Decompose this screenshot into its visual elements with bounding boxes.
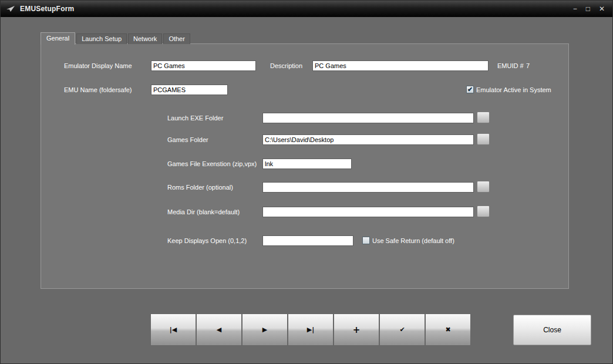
roms-folder-input[interactable]	[262, 182, 474, 193]
games-folder-input[interactable]	[262, 134, 474, 145]
tab-other[interactable]: Other	[163, 33, 190, 44]
minimize-button[interactable]: −	[573, 5, 577, 12]
use-safe-return-checkbox[interactable]	[362, 237, 370, 244]
check-icon: ✔	[399, 326, 405, 333]
games-folder-browse-button[interactable]	[477, 133, 490, 145]
title-bar: EMUSetupForm − □ ✕	[1, 1, 612, 17]
emulator-active-checkbox[interactable]: ✔	[466, 86, 474, 93]
roms-folder-label: Roms Folder (optional)	[167, 184, 233, 191]
tab-strip: General Launch Setup Network Other	[41, 32, 191, 44]
move-last-button[interactable]: ▶|	[288, 314, 334, 346]
launch-exe-folder-input[interactable]	[262, 113, 474, 123]
close-window-button[interactable]: ✕	[599, 5, 605, 12]
window-title: EMUSetupForm	[20, 5, 74, 13]
move-first-icon: |◀	[170, 326, 177, 333]
move-next-button[interactable]: ▶	[242, 314, 288, 346]
media-dir-label: Media Dir (blank=default)	[167, 208, 240, 216]
x-icon: ✖	[445, 326, 450, 333]
add-record-button[interactable]: +	[334, 314, 379, 346]
emulator-display-name-input[interactable]	[151, 60, 256, 71]
description-label: Description	[270, 62, 302, 70]
delete-record-button[interactable]: ✖	[425, 314, 471, 346]
checkmark-icon: ✔	[467, 86, 473, 93]
tab-launch-setup[interactable]: Launch Setup	[76, 33, 127, 44]
emu-setup-form-window: EMUSetupForm − □ ✕ General Launch Setup …	[0, 0, 613, 364]
emu-name-input[interactable]	[151, 85, 228, 95]
save-record-button[interactable]: ✔	[379, 314, 425, 346]
emuid-value: 7	[526, 62, 530, 70]
games-folder-label: Games Folder	[167, 136, 208, 144]
move-previous-button[interactable]: ◀	[196, 314, 242, 346]
move-previous-icon: ◀	[217, 326, 221, 333]
emulator-active-label: Emulator Active in System	[476, 86, 551, 94]
tab-network[interactable]: Network	[128, 33, 162, 44]
media-dir-input[interactable]	[262, 207, 474, 217]
plus-icon: +	[353, 325, 361, 335]
launch-exe-folder-browse-button[interactable]	[477, 112, 490, 123]
general-tab-page: Emulator Display Name Description EMUID …	[41, 43, 569, 289]
use-safe-return-label: Use Safe Return (default off)	[372, 237, 454, 245]
move-last-icon: ▶|	[307, 326, 314, 333]
keep-displays-open-label: Keep Displays Open (0,1,2)	[167, 237, 247, 245]
maximize-button[interactable]: □	[586, 5, 590, 12]
emulator-display-name-label: Emulator Display Name	[64, 62, 132, 70]
window-controls: − □ ✕	[573, 5, 605, 12]
move-first-button[interactable]: |◀	[150, 314, 196, 346]
record-navigator: |◀ ◀ ▶ ▶| + ✔ ✖	[150, 314, 471, 346]
description-input[interactable]	[312, 60, 489, 71]
app-icon	[6, 4, 15, 14]
tab-general[interactable]: General	[41, 32, 75, 45]
launch-exe-folder-label: Launch EXE Folder	[167, 114, 223, 122]
emu-name-label: EMU Name (foldersafe)	[64, 86, 132, 94]
close-button[interactable]: Close	[513, 315, 591, 345]
move-next-icon: ▶	[262, 326, 267, 333]
games-file-extension-input[interactable]	[262, 159, 352, 169]
games-file-extension-label: Games File Exenstion (zip,vpx)	[167, 160, 257, 168]
emuid-label: EMUID #	[497, 62, 524, 70]
keep-displays-open-input[interactable]	[262, 235, 353, 246]
media-dir-browse-button[interactable]	[477, 205, 490, 217]
roms-folder-browse-button[interactable]	[477, 181, 490, 193]
